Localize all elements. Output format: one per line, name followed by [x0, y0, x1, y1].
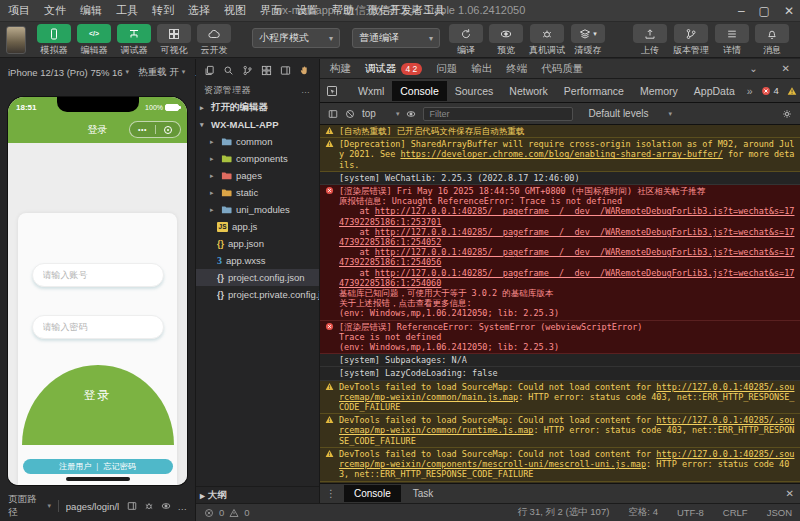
toolbar-button-调试器[interactable]: 调试器: [117, 24, 151, 57]
toolbar-button-上传[interactable]: 上传: [633, 24, 667, 57]
register-forgot-links[interactable]: 注册用户 ｜ 忘记密码: [23, 459, 173, 474]
console-link[interactable]: http://127.0.0.1:40285/__pageframe__/__d…: [339, 247, 794, 267]
menu-item-微信开发者工具[interactable]: 微信开发者工具: [368, 3, 445, 18]
drawer-tab-console[interactable]: Console: [344, 485, 401, 502]
menu-item-编辑[interactable]: 编辑: [80, 3, 102, 18]
console-link[interactable]: http://127.0.0.1:40285/__pageframe__/__d…: [339, 268, 794, 288]
close-button[interactable]: ✕: [784, 4, 794, 18]
devtools-tab-network[interactable]: Network: [501, 81, 556, 101]
project-root-section[interactable]: ▾ WX-MALL-APP: [196, 116, 319, 133]
devtools-tab-appdata[interactable]: AppData: [686, 81, 743, 101]
indentation-setting[interactable]: 空格: 4: [628, 506, 658, 519]
menu-item-文件[interactable]: 文件: [44, 3, 66, 18]
menu-item-项目[interactable]: 项目: [8, 3, 30, 18]
devtools-tab-wxml[interactable]: Wxml: [350, 81, 392, 101]
devtools-tab-console[interactable]: Console: [392, 81, 447, 101]
maximize-button[interactable]: ▢: [759, 4, 770, 18]
tree-item-app.wxss[interactable]: 3app.wxss: [196, 252, 319, 269]
console-link[interactable]: http://127.0.0.1:40285/__pageframe__/__d…: [339, 206, 794, 226]
explorer-more-button[interactable]: …: [301, 85, 311, 95]
toolbar-button-详情[interactable]: 详情: [715, 24, 749, 57]
login-button[interactable]: 登录: [22, 365, 174, 445]
live-expression-icon[interactable]: [406, 109, 416, 119]
more-icon[interactable]: •••: [138, 126, 147, 133]
inspect-element-icon[interactable]: [326, 85, 338, 97]
files-icon[interactable]: [204, 65, 215, 76]
eol-setting[interactable]: CRLF: [723, 507, 748, 518]
eye-icon[interactable]: [161, 501, 171, 511]
tree-item-pages[interactable]: ▸pages: [196, 167, 319, 184]
menu-item-选择[interactable]: 选择: [188, 3, 210, 18]
page-path-select[interactable]: 页面路径: [8, 493, 40, 519]
exit-icon[interactable]: [164, 126, 172, 134]
tree-item-common[interactable]: ▸common: [196, 133, 319, 150]
tree-item-project.config.json[interactable]: {}project.config.json: [196, 269, 319, 286]
split-editor-icon[interactable]: [280, 65, 291, 76]
menu-item-转到[interactable]: 转到: [152, 3, 174, 18]
language-mode[interactable]: JSON: [767, 507, 792, 518]
console-link[interactable]: http://127.0.0.1:40285/__pageframe__/__d…: [339, 227, 794, 247]
tabs-overflow-icon[interactable]: »: [747, 85, 753, 97]
copy-icon[interactable]: [127, 501, 137, 511]
error-counter[interactable]: 4: [761, 85, 779, 96]
console-link[interactable]: http://127.0.0.1:40285/.sourcemap/mp-wei…: [339, 483, 794, 484]
bug-icon[interactable]: [144, 501, 154, 511]
console-link[interactable]: http://127.0.0.1:40285/.sourcemap/mp-wei…: [339, 382, 794, 402]
menu-item-视图[interactable]: 视图: [224, 3, 246, 18]
clear-console-icon[interactable]: [345, 109, 355, 119]
search-icon[interactable]: [223, 65, 234, 76]
hot-reload-toggle[interactable]: 热重载 开: [138, 66, 179, 79]
outline-section[interactable]: ▸ 大纲: [196, 486, 319, 503]
context-select[interactable]: top ▾: [362, 108, 399, 119]
toolbar-button-模拟器[interactable]: 模拟器: [37, 24, 71, 57]
tree-item-project.private.config.json[interactable]: {}project.private.config.json: [196, 286, 319, 303]
cursor-position[interactable]: 行 31, 列 2 (选中 107): [517, 506, 609, 519]
menu-item-工具[interactable]: 工具: [116, 3, 138, 18]
log-levels-select[interactable]: Default levels ▾: [588, 108, 672, 119]
capsule-menu[interactable]: •••: [129, 121, 181, 138]
toolbar-button-云开发[interactable]: 云开发: [197, 24, 231, 57]
tree-item-app.js[interactable]: JSapp.js: [196, 218, 319, 235]
avatar[interactable]: [6, 26, 26, 54]
devtools-tab-performance[interactable]: Performance: [556, 81, 632, 101]
sidebar-toggle-icon[interactable]: [328, 109, 338, 119]
console-filter-input[interactable]: [423, 107, 573, 121]
console-link[interactable]: http://127.0.0.1:40285/.sourcemap/mp-wei…: [339, 449, 794, 469]
source-control-icon[interactable]: [242, 65, 253, 76]
tab-代码质量[interactable]: 代码质量: [541, 62, 583, 76]
console-settings-icon[interactable]: [782, 109, 792, 119]
tree-item-static[interactable]: ▸static: [196, 184, 319, 201]
toolbar-button-真机调试[interactable]: 真机调试: [529, 24, 565, 57]
toolbar-button-清缓存[interactable]: ▾清缓存: [571, 24, 605, 57]
toolbar-button-编译[interactable]: 编译: [449, 24, 483, 57]
drawer-tab-task[interactable]: Task: [403, 485, 444, 502]
warning-counter[interactable]: 2: [787, 85, 800, 96]
tree-item-app.json[interactable]: {}app.json: [196, 235, 319, 252]
menu-item-界面[interactable]: 界面: [260, 3, 282, 18]
kebab-menu-icon[interactable]: ⋮: [326, 488, 336, 499]
console-link[interactable]: http://127.0.0.1:40285/.sourcemap/mp-wei…: [339, 415, 794, 435]
account-input[interactable]: [32, 263, 164, 287]
toolbar-button-编辑器[interactable]: </>编辑器: [77, 24, 111, 57]
compile-mode-select[interactable]: 普通编译 ▾: [352, 28, 440, 48]
tab-调试器[interactable]: 调试器4 2: [365, 62, 422, 76]
open-editors-section[interactable]: ▸ 打开的编辑器: [196, 99, 319, 116]
minimize-button[interactable]: –: [738, 4, 745, 18]
device-select[interactable]: iPhone 12/13 (Pro) 75% 16: [8, 67, 123, 78]
tab-构建[interactable]: 构建: [330, 62, 351, 76]
encoding-setting[interactable]: UTF-8: [677, 507, 704, 518]
toolbar-button-消息[interactable]: 消息: [755, 24, 789, 57]
tree-item-uni_modules[interactable]: ▸uni_modules: [196, 201, 319, 218]
current-page-path[interactable]: pages/login/l…: [66, 501, 120, 512]
password-input[interactable]: [32, 315, 164, 339]
menu-item-帮助[interactable]: 帮助: [332, 3, 354, 18]
drawer-close-icon[interactable]: ✕: [786, 488, 794, 499]
extensions-icon[interactable]: [261, 65, 272, 76]
tab-问题[interactable]: 问题: [436, 62, 457, 76]
panel-close-icon[interactable]: ✕: [782, 63, 790, 74]
hand-icon[interactable]: [299, 65, 310, 76]
devtools-tab-sources[interactable]: Sources: [447, 81, 502, 101]
toolbar-button-版本管理[interactable]: 版本管理: [673, 24, 709, 57]
toolbar-button-预览[interactable]: 预览: [489, 24, 523, 57]
tree-item-components[interactable]: ▸components: [196, 150, 319, 167]
